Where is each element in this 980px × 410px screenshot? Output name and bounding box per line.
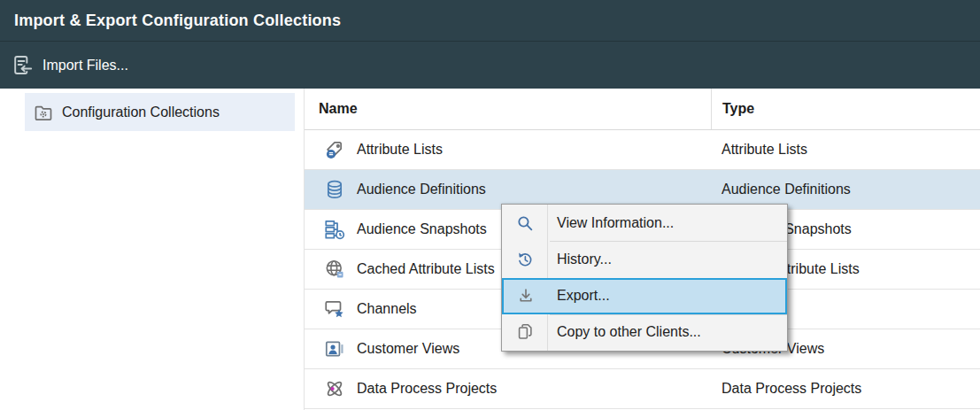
row-name-cell: Attribute Lists (305, 138, 711, 161)
row-type-cell: Attribute Lists (711, 142, 980, 158)
row-name-label: Audience Definitions (357, 182, 486, 197)
title-bar: Import & Export Configuration Collection… (0, 0, 980, 41)
menu-item-history[interactable]: History... (502, 241, 787, 277)
row-name-label: Attribute Lists (357, 142, 443, 158)
search-icon (502, 213, 547, 233)
attribute-tag-icon (323, 138, 346, 161)
row-name-cell: Audience Definitions (305, 178, 711, 201)
folder-gear-icon (33, 102, 54, 123)
sidebar-item-configuration-collections[interactable]: Configuration Collections (25, 93, 295, 131)
row-name-label: Customer Views (357, 341, 459, 357)
table-row[interactable]: Attribute Lists Attribute Lists (305, 130, 980, 170)
row-name-label: Channels (357, 301, 417, 317)
table-header: Name Type (305, 89, 980, 130)
sidebar-item-label: Configuration Collections (62, 104, 220, 120)
import-files-icon (10, 53, 34, 77)
menu-item-export[interactable]: Export... (502, 278, 787, 314)
database-icon (323, 178, 346, 201)
column-header-name[interactable]: Name (305, 89, 711, 129)
menu-item-view-information[interactable]: View Information... (502, 205, 787, 241)
row-name-label: Audience Snapshots (357, 221, 487, 237)
globe-tag-icon (323, 258, 346, 281)
sidebar: Configuration Collections (0, 89, 305, 410)
customer-view-icon (323, 337, 346, 360)
page-title: Import & Export Configuration Collection… (14, 12, 341, 30)
menu-item-label: View Information... (547, 215, 674, 231)
row-name-label: Data Process Projects (357, 381, 497, 397)
copy-icon (502, 322, 547, 342)
row-type-cell: Audience Definitions (711, 182, 980, 197)
menu-item-label: Export... (547, 288, 610, 304)
snapshot-icon (323, 218, 346, 241)
import-files-button[interactable]: Import Files... (10, 53, 128, 77)
column-header-type[interactable]: Type (711, 89, 980, 129)
data-process-icon (323, 377, 346, 400)
context-menu: View Information... History... Export...… (501, 204, 788, 352)
row-name-cell: Data Process Projects (305, 377, 711, 400)
channel-star-icon (323, 298, 346, 321)
history-icon (502, 250, 547, 269)
toolbar: Import Files... (0, 41, 980, 89)
menu-item-label: History... (547, 251, 612, 267)
import-files-label: Import Files... (42, 58, 128, 73)
menu-item-copy-to-other-clients[interactable]: Copy to other Clients... (502, 314, 787, 351)
table-row[interactable]: Data Process Projects Data Process Proje… (305, 369, 980, 409)
menu-item-label: Copy to other Clients... (547, 324, 701, 340)
row-name-label: Cached Attribute Lists (357, 261, 495, 277)
row-type-cell: Data Process Projects (711, 381, 980, 397)
download-icon (504, 286, 547, 306)
